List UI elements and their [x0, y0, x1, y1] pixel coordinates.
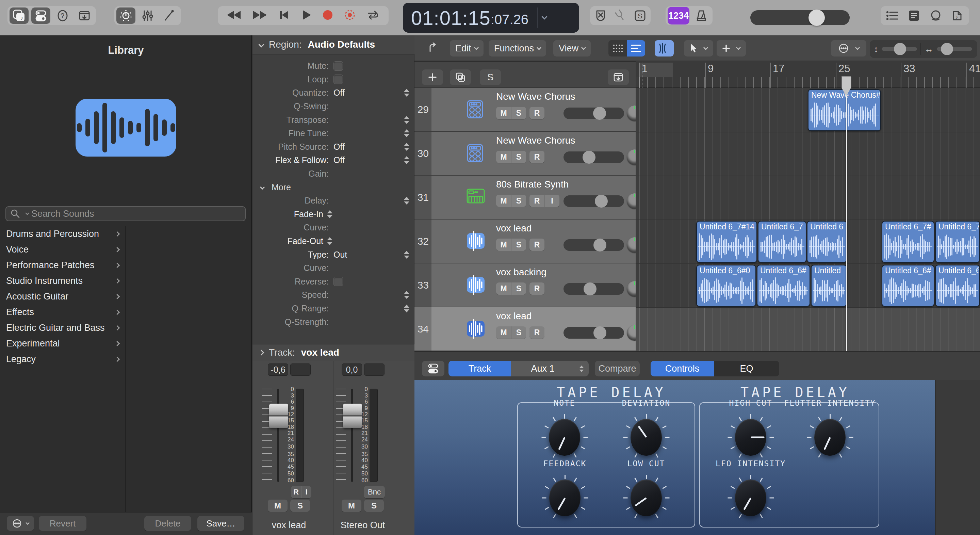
- ruler-number[interactable]: 17: [773, 63, 784, 75]
- play-button[interactable]: [299, 9, 312, 22]
- track-options-menu[interactable]: [831, 40, 866, 56]
- track-mute-button[interactable]: M: [496, 107, 511, 119]
- region[interactable]: New Wave Chorus#: [808, 89, 881, 131]
- channel-mute-button[interactable]: M: [342, 500, 361, 512]
- command-tool-menu[interactable]: [717, 40, 746, 56]
- ruler-number[interactable]: 25: [838, 63, 850, 75]
- track-lane-29[interactable]: New Wave Chorus#: [636, 89, 980, 132]
- record-button[interactable]: [321, 9, 334, 22]
- help-button[interactable]: ?: [53, 8, 72, 24]
- track-record-button[interactable]: R: [530, 151, 544, 163]
- library-item-electric-guitar-and-bass[interactable]: Electric Guitar and Bass: [0, 320, 125, 336]
- inspector-row-q-strength-[interactable]: Q-Strength:: [253, 315, 414, 329]
- inspector-row-reverse-[interactable]: Reverse:: [253, 275, 414, 288]
- track-solo-button[interactable]: S: [511, 107, 526, 119]
- track-header-body[interactable]: New Wave ChorusMSR: [431, 88, 636, 131]
- track-solo-button[interactable]: S: [511, 239, 526, 251]
- track-volume-knob[interactable]: [593, 326, 606, 339]
- aux-stepper[interactable]: [574, 361, 589, 376]
- track-mute-button[interactable]: M: [496, 239, 511, 251]
- inspector-row-fade-in[interactable]: Fade-In: [253, 208, 414, 221]
- ruler-number[interactable]: 1: [642, 63, 648, 75]
- library-item-voice[interactable]: Voice: [0, 242, 125, 257]
- track-inspector-header[interactable]: Track: vox lead: [253, 344, 414, 361]
- fader-cap[interactable]: [269, 404, 288, 428]
- region[interactable]: Untitled 6: [807, 221, 847, 263]
- track-header-body[interactable]: vox leadMSR: [431, 307, 636, 350]
- library-item-drums-and-percussion[interactable]: Drums and Percussion: [0, 226, 125, 242]
- knob-high-cut[interactable]: [735, 419, 766, 456]
- track-volume-knob[interactable]: [582, 151, 595, 164]
- inspector-row-pitch-source-[interactable]: Pitch Source:Off: [253, 140, 414, 154]
- track-lane-32[interactable]: Untitled 6_7#14Untitled 6_7Untitled 6Unt…: [636, 220, 980, 264]
- track-record-button[interactable]: R: [530, 195, 544, 207]
- inspector-row-mute-[interactable]: Mute:: [253, 59, 414, 73]
- track-volume-knob[interactable]: [595, 195, 608, 208]
- ruler-number[interactable]: 33: [904, 63, 915, 75]
- duplicate-track-button[interactable]: [450, 69, 471, 85]
- track-solo-button[interactable]: S: [511, 195, 526, 207]
- cycle-button[interactable]: [366, 9, 380, 22]
- stepper-control[interactable]: [403, 116, 410, 124]
- library-search-field[interactable]: Search Sounds: [5, 206, 246, 221]
- knob-low-cut[interactable]: [630, 479, 662, 516]
- library-item-studio-instruments[interactable]: Studio Instruments: [0, 273, 125, 288]
- stepper-control[interactable]: [326, 210, 334, 218]
- region[interactable]: Untitled 6_7#14: [696, 221, 757, 263]
- stepper-control[interactable]: [403, 251, 410, 259]
- inspector-row-loop-[interactable]: Loop:: [253, 73, 414, 86]
- track-header-body[interactable]: 80s Bitrate SynthMSRI: [431, 176, 636, 219]
- stepper-control[interactable]: [403, 304, 410, 312]
- library-item-effects[interactable]: Effects: [0, 304, 125, 320]
- inspector-checkbox[interactable]: [334, 61, 343, 71]
- track-header-body[interactable]: vox backingMSR: [431, 263, 636, 307]
- list-editors-button[interactable]: [883, 8, 902, 24]
- track-volume-slider[interactable]: [563, 195, 624, 207]
- track-mute-button[interactable]: M: [496, 151, 511, 163]
- channel-value-display[interactable]: 0,0: [342, 363, 362, 376]
- tuner-button[interactable]: [116, 8, 135, 24]
- track-header-body[interactable]: vox leadMSR: [431, 220, 636, 263]
- track-header-body[interactable]: New Wave ChorusMSR: [431, 132, 636, 175]
- pointer-tool-menu[interactable]: [684, 40, 713, 56]
- channel-r-button[interactable]: R: [291, 486, 301, 498]
- track-volume-slider[interactable]: [563, 239, 624, 251]
- channel-mute-button[interactable]: M: [268, 500, 288, 512]
- toolbar-toggle-button[interactable]: [75, 8, 94, 24]
- library-item-acoustic-guitar[interactable]: Acoustic Guitar: [0, 288, 125, 304]
- region-inspector-header[interactable]: Region: Audio Defaults: [253, 35, 414, 54]
- inspector-row-transpose-[interactable]: Transpose:: [253, 113, 414, 127]
- track-header-config-button[interactable]: [608, 69, 629, 85]
- note-pads-button[interactable]: [904, 8, 924, 24]
- track-mute-button[interactable]: M: [496, 282, 511, 295]
- knob-lfo-intensity[interactable]: [735, 479, 766, 516]
- tuning-fork-button[interactable]: [612, 8, 629, 24]
- bar-ruler[interactable]: 1917253341: [636, 61, 980, 88]
- hide-automation-button[interactable]: [422, 40, 448, 56]
- stepper-control[interactable]: [403, 143, 410, 151]
- library-item-legacy[interactable]: Legacy: [0, 351, 125, 367]
- library-item-experimental[interactable]: Experimental: [0, 336, 125, 351]
- ruler-number[interactable]: 41: [969, 63, 980, 75]
- track-lane-34[interactable]: [636, 308, 980, 351]
- inspector-row-flex-follow-[interactable]: Flex & Follow:Off: [253, 153, 414, 167]
- track-mute-button[interactable]: M: [496, 195, 511, 207]
- stepper-control[interactable]: [403, 129, 410, 137]
- horizontal-zoom-slider[interactable]: [937, 47, 972, 51]
- horizontal-zoom-knob[interactable]: [941, 43, 953, 55]
- playhead-line[interactable]: [846, 76, 847, 351]
- inspector-row-q-range-[interactable]: Q-Range:: [253, 302, 414, 315]
- pencil-button[interactable]: [160, 8, 179, 24]
- go-to-beginning-button[interactable]: [277, 9, 290, 22]
- track-solo-button[interactable]: S: [511, 326, 526, 339]
- track-volume-slider[interactable]: [563, 108, 624, 119]
- master-volume-knob[interactable]: [808, 10, 825, 26]
- track-lane-31[interactable]: [636, 176, 980, 220]
- track-record-button[interactable]: R: [530, 239, 544, 251]
- inspector-row-fade-out[interactable]: Fade-Out: [253, 234, 414, 248]
- track-volume-knob[interactable]: [593, 239, 606, 252]
- region[interactable]: Untitled 6_6: [935, 265, 980, 307]
- count-in-button[interactable]: 1234: [668, 7, 689, 24]
- channel-value-display[interactable]: -0,6: [268, 363, 288, 376]
- knob-feedback[interactable]: [549, 479, 581, 516]
